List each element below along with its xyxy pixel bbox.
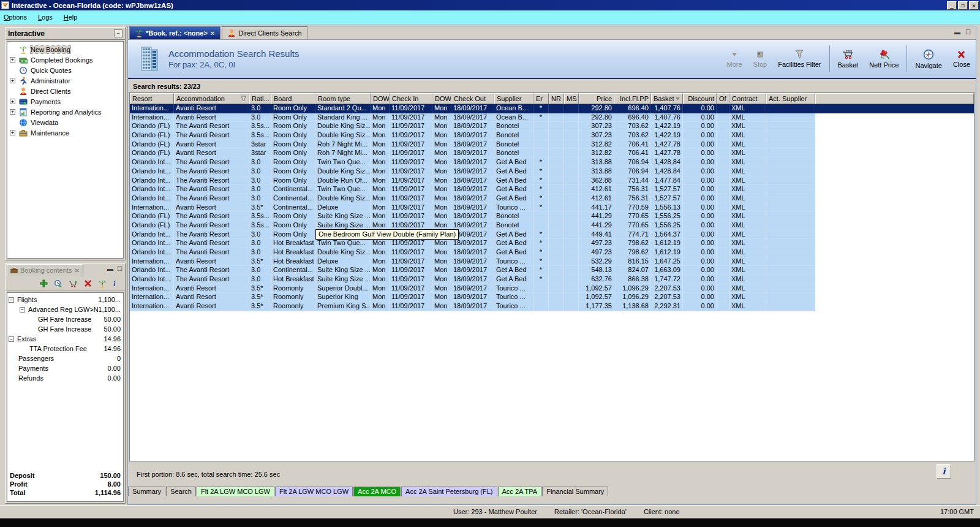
- column-header-ms[interactable]: MS: [564, 93, 579, 104]
- table-row[interactable]: Orlando Int...The Avanti Resort3.0Room O…: [130, 176, 974, 186]
- table-row[interactable]: Orlando Int...The Avanti Resort3.0Hot Br…: [130, 239, 974, 248]
- column-header-accommodation[interactable]: Accommodation: [174, 93, 249, 104]
- collapse-panel-button[interactable]: −: [114, 29, 123, 37]
- booking-tree-row[interactable]: Payments0.00: [7, 363, 123, 373]
- column-header-supplier[interactable]: Supplier: [494, 93, 533, 104]
- column-header-basket[interactable]: Basket: [651, 93, 683, 104]
- column-header-contract[interactable]: Contract: [729, 93, 766, 104]
- bc-toolbar-timer-button[interactable]: [54, 279, 62, 288]
- bottom-tab-acc-2a-tpa[interactable]: Acc 2A TPA: [498, 487, 542, 496]
- table-row[interactable]: Orlando Int...The Avanti Resort3.0Room O…: [130, 167, 974, 176]
- table-row[interactable]: Orlando Int...The Avanti Resort3.0Contin…: [130, 194, 974, 203]
- panel-minimize-icon[interactable]: ▬: [107, 265, 113, 272]
- panel-maximize-icon[interactable]: ☐: [965, 29, 971, 36]
- table-row[interactable]: Orlando (FL)The Avanti Resort3.5s...Room…: [130, 131, 974, 140]
- bc-toolbar-cart-add-button[interactable]: [69, 279, 78, 288]
- table-row[interactable]: Orlando (FL)Avanti Resort3starRoom OnlyR…: [130, 140, 974, 150]
- column-header-rati-[interactable]: Rati...: [249, 93, 271, 104]
- column-header-resort[interactable]: Resort: [130, 93, 174, 104]
- basket-button[interactable]: Basket: [832, 43, 864, 75]
- table-row[interactable]: Orlando Int...The Avanti Resort3.0Room O…: [130, 158, 974, 167]
- sidebar-item-quick-quotes[interactable]: Quick Quotes: [7, 65, 123, 75]
- bottom-tab-acc-2a-saint-petersburg-fl-[interactable]: Acc 2A Saint Petersburg (FL): [401, 487, 497, 496]
- bottom-tab-financial-summary[interactable]: Financial Summary: [542, 487, 608, 496]
- column-header-discount[interactable]: Discount: [683, 93, 717, 104]
- menu-item-help[interactable]: Help: [64, 13, 78, 21]
- expand-icon[interactable]: +: [10, 57, 15, 63]
- bc-toolbar-delete-x-button[interactable]: [84, 279, 92, 287]
- booking-tree-row[interactable]: Refunds0.00: [7, 373, 123, 383]
- tab-direct-clients-search[interactable]: Direct Clients Search: [222, 26, 307, 39]
- column-header-er[interactable]: Er: [533, 93, 549, 104]
- table-row[interactable]: Orlando (FL)The Avanti Resort3.5s...Room…: [130, 221, 974, 230]
- close-button[interactable]: Close: [948, 43, 976, 75]
- table-row[interactable]: Internation...Avanti Resort3.5*RoomonlyP…: [130, 302, 974, 311]
- booking-contents-tab[interactable]: Booking contents ✕: [7, 264, 83, 276]
- table-row[interactable]: Orlando Int...The Avanti Resort3.0Contin…: [130, 266, 974, 275]
- nett-price-button[interactable]: Nett Price: [864, 43, 904, 75]
- collapse-icon[interactable]: −: [9, 297, 14, 303]
- column-header-act-supplier[interactable]: Act. Supplier: [766, 93, 815, 104]
- table-row[interactable]: Orlando (FL)The Avanti Resort3.5s...Room…: [130, 212, 974, 221]
- column-header-check-in[interactable]: Check In: [390, 93, 432, 104]
- table-row[interactable]: Internation...Avanti Resort3.5*Hot Break…: [130, 257, 974, 267]
- table-row[interactable]: Internation...Avanti Resort3.5*Continent…: [130, 203, 974, 213]
- panel-maximize-icon[interactable]: ☐: [117, 265, 123, 272]
- booking-tree-row[interactable]: GH Fare Increase50.00: [7, 314, 123, 324]
- panel-minimize-icon[interactable]: ▬: [954, 29, 960, 36]
- sidebar-item-viewdata[interactable]: Viewdata: [7, 117, 123, 127]
- menu-item-options[interactable]: Options: [4, 13, 27, 21]
- sidebar-item-new-booking[interactable]: New Booking: [7, 44, 123, 55]
- table-row[interactable]: Orlando Int...The Avanti Resort3.0Contin…: [130, 185, 974, 194]
- facilities-filter-button[interactable]: Facilities Filter: [772, 43, 826, 75]
- bottom-tab-flt-2a-lgw-mco-lgw[interactable]: Flt 2A LGW MCO LGW: [275, 487, 353, 496]
- bottom-tab-flt-2a-lgw-mco-lgw[interactable]: Flt 2A LGW MCO LGW: [197, 487, 274, 496]
- expand-icon[interactable]: +: [10, 99, 15, 104]
- sidebar-item-reporting-and-analytics[interactable]: +Reporting and Analytics: [7, 107, 123, 117]
- expand-icon[interactable]: +: [10, 78, 15, 83]
- column-header-board[interactable]: Board: [271, 93, 315, 104]
- table-row[interactable]: Orlando (FL)The Avanti Resort3.5s...Room…: [130, 122, 974, 131]
- table-row[interactable]: Orlando Int...The Avanti Resort3.0Hot Br…: [130, 275, 974, 284]
- table-row[interactable]: Orlando Int...The Avanti Resort3.0Room O…: [130, 230, 974, 240]
- tab-booking-ref[interactable]: *Book. ref.: <none>✕: [129, 26, 221, 39]
- restore-button[interactable]: ❐: [958, 1, 968, 10]
- booking-tree-row[interactable]: TTA Protection Fee14.96: [7, 344, 123, 354]
- table-row[interactable]: Orlando Int...The Avanti Resort3.0Hot Br…: [130, 248, 974, 257]
- sidebar-item-completed-bookings[interactable]: +Completed Bookings: [7, 55, 123, 65]
- navigate-button[interactable]: Navigate: [910, 43, 947, 75]
- minimize-button[interactable]: _: [947, 1, 957, 10]
- table-row[interactable]: Internation...Avanti Resort3.5*RoomonlyS…: [130, 284, 974, 294]
- expand-icon[interactable]: +: [10, 130, 15, 135]
- bottom-tab-acc-2a-mco[interactable]: Acc 2A MCO: [353, 487, 401, 496]
- booking-tree-row[interactable]: −Flights1,100...: [7, 295, 123, 305]
- column-header-price[interactable]: Price: [579, 93, 614, 104]
- table-row[interactable]: Internation...Avanti Resort3.5*RoomonlyS…: [130, 293, 974, 302]
- column-header-dow[interactable]: DOW: [371, 93, 390, 104]
- column-header-room-type[interactable]: Room type: [315, 93, 371, 104]
- sidebar-item-payments[interactable]: +$Payments: [7, 96, 123, 107]
- bottom-tab-summary[interactable]: Summary: [128, 487, 165, 496]
- close-tab-icon[interactable]: ✕: [74, 267, 79, 274]
- column-header-of[interactable]: Of: [717, 93, 729, 104]
- sidebar-item-direct-clients[interactable]: Direct Clients: [7, 86, 123, 96]
- table-row[interactable]: Internation...Avanti Resort3.0Room OnlyS…: [130, 113, 974, 123]
- bc-toolbar-info-button[interactable]: i: [113, 279, 118, 287]
- column-header-nr[interactable]: NR: [549, 93, 564, 104]
- booking-tree-row[interactable]: GH Fare Increase50.00: [7, 324, 123, 334]
- bc-toolbar-add-button[interactable]: [40, 279, 48, 287]
- expand-icon[interactable]: +: [10, 109, 15, 115]
- table-row[interactable]: Internation...Avanti Resort3.0Room OnlyS…: [130, 104, 974, 113]
- booking-tree-row[interactable]: −Advanced Reg LGW>N1,100...: [7, 305, 123, 314]
- collapse-icon[interactable]: −: [9, 336, 14, 342]
- sidebar-item-maintenance[interactable]: +Maintenance: [7, 127, 123, 138]
- info-button[interactable]: i: [937, 464, 951, 479]
- close-tab-icon[interactable]: ✕: [210, 30, 215, 37]
- menu-item-logs[interactable]: Logs: [38, 13, 53, 21]
- booking-tree-row[interactable]: −Extras14.96: [7, 334, 123, 344]
- sidebar-item-administrator[interactable]: +Administrator: [7, 75, 123, 86]
- column-header-dow[interactable]: DOW: [432, 93, 451, 104]
- table-row[interactable]: Orlando (FL)Avanti Resort3starRoom OnlyR…: [130, 149, 974, 158]
- bottom-tab-search[interactable]: Search: [166, 487, 196, 496]
- bc-toolbar-palm-button[interactable]: [98, 279, 107, 288]
